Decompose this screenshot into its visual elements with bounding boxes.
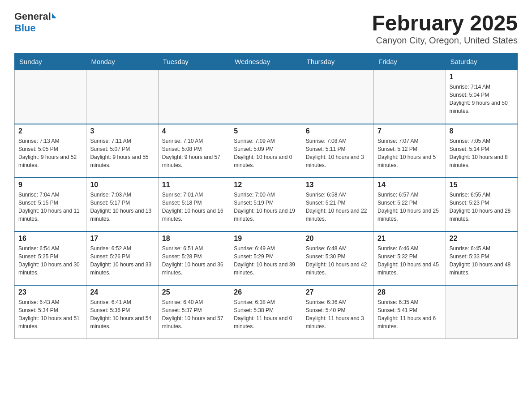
day-number: 7 <box>378 127 442 135</box>
title-block: February 2025 Canyon City, Oregon, Unite… <box>372 11 518 46</box>
table-row <box>302 70 373 124</box>
day-number: 15 <box>450 181 514 189</box>
day-number: 4 <box>162 127 226 135</box>
table-row: 17Sunrise: 6:52 AMSunset: 5:26 PMDayligh… <box>86 231 158 285</box>
day-info: Sunrise: 6:40 AMSunset: 5:37 PMDaylight:… <box>162 298 226 330</box>
table-row <box>374 70 446 124</box>
header-tuesday: Tuesday <box>158 53 230 70</box>
calendar-week-row: 1Sunrise: 7:14 AMSunset: 5:04 PMDaylight… <box>15 70 518 124</box>
page-title: February 2025 <box>372 11 518 35</box>
table-row: 26Sunrise: 6:38 AMSunset: 5:38 PMDayligh… <box>230 285 302 339</box>
day-number: 27 <box>306 288 370 296</box>
day-number: 10 <box>90 181 154 189</box>
day-info: Sunrise: 6:41 AMSunset: 5:36 PMDaylight:… <box>90 298 154 330</box>
table-row: 28Sunrise: 6:35 AMSunset: 5:41 PMDayligh… <box>374 285 446 339</box>
day-info: Sunrise: 7:07 AMSunset: 5:12 PMDaylight:… <box>378 137 442 169</box>
day-number: 6 <box>306 127 370 135</box>
page-subtitle: Canyon City, Oregon, United States <box>372 35 518 46</box>
day-number: 12 <box>234 181 298 189</box>
day-info: Sunrise: 7:13 AMSunset: 5:05 PMDaylight:… <box>18 137 82 169</box>
day-number: 16 <box>18 235 82 243</box>
header-sunday: Sunday <box>15 53 86 70</box>
day-number: 9 <box>18 181 82 189</box>
table-row: 3Sunrise: 7:11 AMSunset: 5:07 PMDaylight… <box>86 124 158 178</box>
calendar-week-row: 2Sunrise: 7:13 AMSunset: 5:05 PMDaylight… <box>15 124 518 178</box>
table-row <box>86 70 158 124</box>
day-number: 17 <box>90 235 154 243</box>
table-row: 8Sunrise: 7:05 AMSunset: 5:14 PMDaylight… <box>446 124 517 178</box>
day-number: 2 <box>18 127 82 135</box>
day-info: Sunrise: 7:03 AMSunset: 5:17 PMDaylight:… <box>90 191 154 223</box>
header-wednesday: Wednesday <box>230 53 302 70</box>
day-info: Sunrise: 7:01 AMSunset: 5:18 PMDaylight:… <box>162 191 226 223</box>
day-info: Sunrise: 6:35 AMSunset: 5:41 PMDaylight:… <box>378 298 442 330</box>
table-row: 25Sunrise: 6:40 AMSunset: 5:37 PMDayligh… <box>158 285 230 339</box>
table-row: 13Sunrise: 6:58 AMSunset: 5:21 PMDayligh… <box>302 178 373 231</box>
day-info: Sunrise: 6:51 AMSunset: 5:28 PMDaylight:… <box>162 244 226 277</box>
day-info: Sunrise: 7:04 AMSunset: 5:15 PMDaylight:… <box>18 191 82 223</box>
logo-arrow-icon <box>52 13 56 18</box>
table-row: 21Sunrise: 6:46 AMSunset: 5:32 PMDayligh… <box>374 231 446 285</box>
table-row <box>15 70 86 124</box>
table-row <box>230 70 302 124</box>
day-number: 3 <box>90 127 154 135</box>
table-row: 7Sunrise: 7:07 AMSunset: 5:12 PMDaylight… <box>374 124 446 178</box>
day-info: Sunrise: 6:52 AMSunset: 5:26 PMDaylight:… <box>90 244 154 277</box>
header-saturday: Saturday <box>446 53 517 70</box>
day-info: Sunrise: 6:38 AMSunset: 5:38 PMDaylight:… <box>234 298 298 330</box>
day-info: Sunrise: 7:00 AMSunset: 5:19 PMDaylight:… <box>234 191 298 223</box>
table-row <box>446 285 517 339</box>
table-row: 10Sunrise: 7:03 AMSunset: 5:17 PMDayligh… <box>86 178 158 231</box>
calendar-week-row: 16Sunrise: 6:54 AMSunset: 5:25 PMDayligh… <box>15 231 518 285</box>
day-info: Sunrise: 6:57 AMSunset: 5:22 PMDaylight:… <box>378 191 442 223</box>
table-row: 12Sunrise: 7:00 AMSunset: 5:19 PMDayligh… <box>230 178 302 231</box>
day-info: Sunrise: 7:09 AMSunset: 5:09 PMDaylight:… <box>234 137 298 169</box>
logo-general: General <box>14 11 51 22</box>
table-row: 9Sunrise: 7:04 AMSunset: 5:15 PMDaylight… <box>15 178 86 231</box>
day-info: Sunrise: 7:05 AMSunset: 5:14 PMDaylight:… <box>450 137 514 169</box>
header-monday: Monday <box>86 53 158 70</box>
day-number: 14 <box>378 181 442 189</box>
day-number: 28 <box>378 288 442 296</box>
day-number: 21 <box>378 235 442 243</box>
logo: General Blue <box>14 11 56 34</box>
page-header: General Blue February 2025 Canyon City, … <box>14 11 518 46</box>
table-row: 11Sunrise: 7:01 AMSunset: 5:18 PMDayligh… <box>158 178 230 231</box>
day-number: 26 <box>234 288 298 296</box>
table-row: 14Sunrise: 6:57 AMSunset: 5:22 PMDayligh… <box>374 178 446 231</box>
weekday-header-row: Sunday Monday Tuesday Wednesday Thursday… <box>15 53 518 70</box>
table-row: 24Sunrise: 6:41 AMSunset: 5:36 PMDayligh… <box>86 285 158 339</box>
header-thursday: Thursday <box>302 53 373 70</box>
table-row: 20Sunrise: 6:48 AMSunset: 5:30 PMDayligh… <box>302 231 373 285</box>
logo-blue: Blue <box>14 22 36 34</box>
day-number: 5 <box>234 127 298 135</box>
day-info: Sunrise: 6:49 AMSunset: 5:29 PMDaylight:… <box>234 244 298 277</box>
day-number: 22 <box>450 235 514 243</box>
day-info: Sunrise: 7:14 AMSunset: 5:04 PMDaylight:… <box>450 83 514 115</box>
day-number: 25 <box>162 288 226 296</box>
day-number: 23 <box>18 288 82 296</box>
day-number: 19 <box>234 235 298 243</box>
header-friday: Friday <box>374 53 446 70</box>
day-info: Sunrise: 7:08 AMSunset: 5:11 PMDaylight:… <box>306 137 370 169</box>
table-row: 15Sunrise: 6:55 AMSunset: 5:23 PMDayligh… <box>446 178 517 231</box>
day-number: 13 <box>306 181 370 189</box>
table-row: 19Sunrise: 6:49 AMSunset: 5:29 PMDayligh… <box>230 231 302 285</box>
day-number: 11 <box>162 181 226 189</box>
calendar-table: Sunday Monday Tuesday Wednesday Thursday… <box>14 53 518 339</box>
calendar-week-row: 9Sunrise: 7:04 AMSunset: 5:15 PMDaylight… <box>15 178 518 231</box>
table-row: 6Sunrise: 7:08 AMSunset: 5:11 PMDaylight… <box>302 124 373 178</box>
day-info: Sunrise: 6:58 AMSunset: 5:21 PMDaylight:… <box>306 191 370 223</box>
table-row: 5Sunrise: 7:09 AMSunset: 5:09 PMDaylight… <box>230 124 302 178</box>
day-info: Sunrise: 7:10 AMSunset: 5:08 PMDaylight:… <box>162 137 226 169</box>
table-row: 23Sunrise: 6:43 AMSunset: 5:34 PMDayligh… <box>15 285 86 339</box>
day-number: 1 <box>450 73 514 81</box>
table-row: 4Sunrise: 7:10 AMSunset: 5:08 PMDaylight… <box>158 124 230 178</box>
table-row: 22Sunrise: 6:45 AMSunset: 5:33 PMDayligh… <box>446 231 517 285</box>
day-number: 20 <box>306 235 370 243</box>
day-info: Sunrise: 6:45 AMSunset: 5:33 PMDaylight:… <box>450 244 514 277</box>
table-row: 1Sunrise: 7:14 AMSunset: 5:04 PMDaylight… <box>446 70 517 124</box>
day-info: Sunrise: 6:54 AMSunset: 5:25 PMDaylight:… <box>18 244 82 277</box>
table-row: 27Sunrise: 6:36 AMSunset: 5:40 PMDayligh… <box>302 285 373 339</box>
table-row: 16Sunrise: 6:54 AMSunset: 5:25 PMDayligh… <box>15 231 86 285</box>
